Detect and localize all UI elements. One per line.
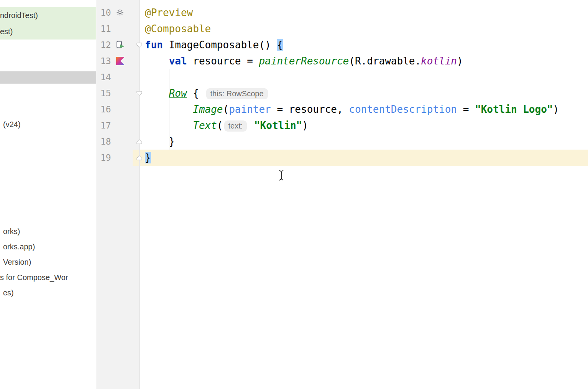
line-number: 13 — [100, 53, 111, 69]
tree-item[interactable]: orks.app) — [3, 239, 35, 254]
gutter-row: 13 — [96, 53, 139, 69]
gutter-row: 19 — [96, 150, 139, 166]
code-line[interactable]: } — [140, 134, 588, 150]
line-number: 19 — [100, 150, 111, 166]
code-token: painter — [229, 104, 271, 115]
code-token: ) — [457, 55, 463, 67]
tree-item[interactable]: est) — [0, 23, 96, 40]
fold-marker-icon[interactable] — [136, 42, 142, 47]
fold-marker-icon[interactable] — [136, 139, 142, 144]
code-token — [145, 87, 169, 99]
gear-icon[interactable] — [116, 8, 125, 17]
line-number: 10 — [100, 5, 111, 21]
kotlin-logo-icon[interactable] — [116, 57, 125, 65]
gutter-row: 10 — [96, 5, 139, 21]
gutter-row: 11 — [96, 21, 139, 37]
gutter-row: 14 — [96, 69, 139, 85]
line-number: 15 — [100, 85, 111, 101]
code-line[interactable]: Row { this: RowScope — [140, 85, 588, 101]
project-tree-panel: ndroidTest) est) (v24) orks) orks.app) V… — [0, 0, 96, 389]
fold-marker-icon[interactable] — [136, 155, 142, 160]
code-line[interactable]: } — [140, 150, 588, 166]
line-number: 11 — [100, 21, 111, 37]
code-token: { — [277, 39, 283, 51]
line-number: 14 — [100, 69, 111, 85]
gutter-row: 17 — [96, 117, 139, 134]
code-token: fun — [145, 39, 163, 51]
code-token: "Kotlin" — [248, 120, 302, 131]
code-token: Row — [169, 87, 187, 99]
code-token: (R.drawable. — [349, 55, 421, 67]
code-token: ( — [223, 104, 229, 115]
gutter-row: 12 — [96, 37, 139, 53]
code-token: } — [145, 136, 175, 147]
run-preview-icon[interactable] — [116, 41, 125, 49]
tree-highlighted-rows: ndroidTest) est) — [0, 7, 96, 40]
code-token: } — [145, 152, 151, 163]
code-token: ) — [302, 120, 308, 131]
code-token: { — [187, 87, 205, 99]
tree-item[interactable]: Version) — [3, 254, 31, 270]
code-token: = resource, — [271, 104, 349, 115]
tree-item-label: ndroidTest) — [0, 11, 38, 20]
editor-gutter: 10111213141516171819 — [96, 0, 140, 389]
gutter-row: 15 — [96, 85, 139, 101]
code-token: Text — [193, 120, 217, 131]
code-token: ) — [553, 104, 559, 115]
text-cursor-pointer-icon — [278, 170, 285, 183]
code-token: ( — [217, 120, 223, 131]
tree-item-label: est) — [0, 27, 13, 36]
tree-selected-row[interactable] — [0, 71, 96, 84]
code-token — [145, 104, 193, 115]
code-token: painterResource — [259, 55, 349, 67]
code-token — [145, 55, 169, 67]
code-token: @Composable — [145, 23, 211, 35]
code-token: resource = — [187, 55, 259, 67]
code-token: "Kotlin Logo" — [475, 104, 553, 115]
code-token: kotlin — [421, 55, 457, 67]
line-number: 17 — [100, 117, 111, 134]
code-line[interactable] — [140, 69, 588, 85]
tree-item[interactable]: (v24) — [3, 117, 21, 132]
gutter-row: 16 — [96, 101, 139, 117]
code-token: Image — [193, 104, 223, 115]
fold-marker-icon[interactable] — [136, 91, 142, 96]
code-line[interactable]: @Composable — [140, 21, 588, 37]
code-token: @Preview — [145, 7, 193, 18]
tree-item[interactable]: ndroidTest) — [0, 7, 96, 23]
code-token: = — [457, 104, 475, 115]
line-number: 12 — [100, 37, 111, 53]
inlay-hint-chip: text: — [224, 120, 247, 132]
tree-item[interactable]: orks) — [3, 224, 20, 239]
gutter-row: 18 — [96, 134, 139, 150]
code-editor[interactable]: @Preview@Composablefun ImageComposable()… — [140, 0, 588, 389]
code-token — [145, 120, 193, 131]
code-line[interactable]: Image(painter = resource, contentDescrip… — [140, 101, 588, 117]
code-token: val — [169, 55, 187, 67]
code-line[interactable]: Text(text: "Kotlin") — [140, 117, 588, 134]
line-number: 18 — [100, 134, 111, 150]
tree-item[interactable]: es) — [3, 285, 14, 300]
line-number: 16 — [100, 101, 111, 117]
ide-window: ndroidTest) est) (v24) orks) orks.app) V… — [0, 0, 588, 389]
tree-item[interactable]: s for Compose_Wor — [0, 270, 68, 285]
inlay-hint-chip: this: RowScope — [206, 88, 268, 99]
code-token: contentDescription — [349, 104, 457, 115]
code-line[interactable]: @Preview — [140, 5, 588, 21]
code-token: ImageComposable() — [163, 39, 277, 51]
code-line[interactable]: fun ImageComposable() { — [140, 37, 588, 53]
code-line[interactable]: val resource = painterResource(R.drawabl… — [140, 53, 588, 69]
